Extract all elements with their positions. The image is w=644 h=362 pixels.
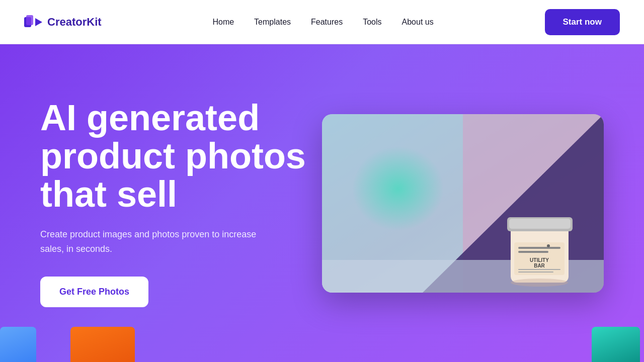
hero-subtitle: Create product images and photos proven … bbox=[40, 227, 262, 256]
logo[interactable]: CreatorKit bbox=[24, 15, 102, 29]
nav-about[interactable]: About us bbox=[402, 18, 434, 26]
product-background: UTILITY BAR bbox=[322, 114, 604, 293]
svg-rect-18 bbox=[518, 269, 560, 270]
svg-marker-2 bbox=[35, 18, 42, 26]
hero-content: AI generated product photos that sell Cr… bbox=[40, 99, 312, 307]
get-free-photos-button[interactable]: Get Free Photos bbox=[40, 277, 148, 307]
nav-links: Home Templates Features Tools About us bbox=[212, 18, 433, 27]
svg-point-20 bbox=[547, 244, 550, 247]
nav-templates[interactable]: Templates bbox=[254, 18, 291, 26]
product-photo-card: UTILITY BAR bbox=[322, 114, 604, 293]
hero-title: AI generated product photos that sell bbox=[40, 99, 312, 213]
svg-text:UTILITY: UTILITY bbox=[530, 257, 549, 263]
bottom-preview-strip bbox=[0, 322, 644, 362]
svg-rect-11 bbox=[509, 219, 571, 229]
nav-home[interactable]: Home bbox=[212, 18, 234, 26]
nav-tools[interactable]: Tools bbox=[363, 18, 381, 26]
product-bg-svg: UTILITY BAR bbox=[322, 114, 604, 293]
svg-rect-1 bbox=[26, 15, 33, 25]
start-now-button[interactable]: Start now bbox=[545, 9, 620, 35]
svg-point-7 bbox=[352, 134, 483, 255]
preview-thumbnail-3 bbox=[592, 327, 640, 362]
svg-rect-13 bbox=[518, 247, 560, 249]
brand-name: CreatorKit bbox=[47, 16, 102, 29]
preview-thumbnail-2 bbox=[70, 327, 135, 362]
hero-section: AI generated product photos that sell Cr… bbox=[0, 44, 644, 362]
svg-rect-14 bbox=[518, 251, 548, 253]
svg-rect-19 bbox=[518, 272, 553, 273]
logo-icon bbox=[24, 15, 42, 29]
preview-thumbnail-1 bbox=[0, 327, 36, 362]
navbar: CreatorKit Home Templates Features Tools… bbox=[0, 0, 644, 44]
nav-features[interactable]: Features bbox=[311, 18, 343, 26]
hero-image-area: UTILITY BAR bbox=[312, 114, 604, 293]
svg-point-21 bbox=[511, 279, 568, 287]
svg-text:BAR: BAR bbox=[534, 263, 545, 268]
